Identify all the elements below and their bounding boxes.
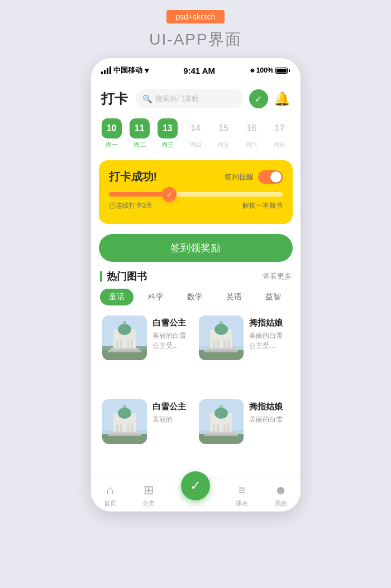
app-title: 打卡 [101,90,128,108]
cal-label-0: 周一 [106,141,118,149]
book-info-0: 白雪公主 美丽的白雪公主受… [152,315,193,351]
cal-day-6[interactable]: 17 周日 [269,118,289,149]
cal-label-5: 周六 [245,141,258,149]
cat-tab-2[interactable]: 数学 [178,289,212,305]
book-desc-2: 美丽的 [152,414,193,424]
app-header: 打卡 🔍 搜索热门课程 ✓ 🔔 [91,83,301,113]
header-icons: ✓ 🔔 [249,89,290,108]
book-card-0[interactable]: 白雪公主 美丽的白雪公主受… [99,311,196,395]
nav-category[interactable]: ⊞ 分类 [142,483,155,508]
check-button[interactable]: ✓ [249,89,268,108]
svg-rect-13 [108,350,141,352]
cat-tab-1[interactable]: 科学 [139,289,173,305]
profile-icon: ☻ [274,483,287,498]
toggle-area: 签到提醒 [225,170,283,184]
svg-rect-21 [217,341,219,349]
cal-num-4: 15 [213,118,233,138]
cal-label-4: 周五 [217,141,230,149]
cal-label-2: 周三 [161,141,174,149]
checkin-card: 打卡成功! 签到提醒 ✓ 已连续打卡3天 解锁一本新书 [99,160,293,224]
book-card-2[interactable]: 白雪公主 美丽的 [99,395,196,479]
page-title: UI-APP界面 [149,29,241,50]
home-icon: ⌂ [106,483,113,498]
signin-button[interactable]: 签到领奖励 [99,234,293,262]
category-tabs: 童话 科学 数学 英语 益智 [91,289,301,311]
toggle-switch[interactable] [258,170,283,184]
section-title-wrap: 热门图书 [100,270,147,283]
svg-rect-8 [120,341,122,349]
nav-category-label: 分类 [142,499,155,508]
bottom-nav: ⌂ 首页 ⊞ 分类 ≡ 课表 ☻ 我的 ✓ [91,478,301,511]
search-bar[interactable]: 🔍 搜索热门课程 [136,89,244,108]
svg-rect-18 [218,324,224,332]
svg-rect-9 [127,341,129,349]
status-left: 中国移动 ▾ [101,65,149,75]
progress-container: ✓ 已连续打卡3天 解锁一本新书 [109,192,283,211]
book-thumb-0 [102,315,147,360]
section-accent [100,271,102,282]
cat-tab-4[interactable]: 益智 [256,289,290,305]
toggle-knob [270,171,282,183]
svg-rect-26 [204,350,238,352]
nav-home[interactable]: ⌂ 首页 [104,483,116,508]
cal-day-0[interactable]: 10 周一 [102,118,122,149]
svg-rect-47 [217,424,219,433]
svg-rect-12 [111,348,139,350]
books-grid: 白雪公主 美丽的白雪公主受… [91,311,301,478]
svg-rect-48 [223,424,226,433]
svg-point-6 [123,321,126,324]
book-thumb-2 [102,399,147,444]
cat-tab-3[interactable]: 英语 [217,289,251,305]
svg-rect-49 [227,424,230,433]
svg-rect-31 [122,408,127,416]
format-badge: psd+sketch [166,10,224,23]
nav-schedule[interactable]: ≡ 课表 [236,483,248,508]
status-bar: 中国移动 ▾ 9:41 AM ⎈ 100% [91,58,301,83]
search-icon: 🔍 [142,94,152,103]
section-title: 热门图书 [107,270,147,283]
svg-rect-52 [204,434,238,436]
svg-rect-10 [131,341,133,349]
carrier-label: 中国移动 [113,65,142,75]
svg-rect-35 [127,424,129,433]
cal-num-2: 13 [158,118,178,138]
cal-day-5[interactable]: 16 周六 [241,118,261,149]
checkin-top: 打卡成功! 签到提醒 [109,169,283,184]
cal-label-1: 周二 [133,141,146,149]
category-icon: ⊞ [144,483,154,498]
cal-label-3: 周四 [189,141,202,149]
svg-rect-36 [131,424,133,433]
progress-label-right: 解锁一本新书 [242,201,283,211]
cal-num-6: 17 [269,118,289,138]
cat-tab-0[interactable]: 童话 [100,289,133,305]
svg-rect-51 [207,432,235,434]
battery-label: 100% [256,66,274,74]
nav-profile[interactable]: ☻ 我的 [274,483,287,508]
svg-rect-33 [116,424,118,433]
svg-rect-44 [218,408,224,416]
bell-icon[interactable]: 🔔 [274,91,290,107]
nav-home-label: 首页 [104,499,116,508]
book-desc-1: 美丽的白雪公主受… [249,331,289,351]
cal-day-2[interactable]: 13 周三 [158,118,178,149]
status-time: 9:41 AM [183,66,215,75]
svg-rect-22 [223,341,226,349]
svg-rect-5 [122,324,127,332]
nav-schedule-label: 课表 [236,499,248,508]
svg-rect-34 [120,424,122,433]
book-title-0: 白雪公主 [152,318,193,328]
schedule-icon: ≡ [239,483,246,498]
book-card-1[interactable]: 拇指姑娘 美丽的白雪公主受… [196,311,293,395]
cal-day-1[interactable]: 11 周二 [130,118,150,149]
wifi-icon: ▾ [145,66,149,75]
book-card-3[interactable]: 拇指姑娘 美丽的白雪 [196,395,293,479]
cal-day-3[interactable]: 14 周四 [185,118,206,149]
more-link[interactable]: 查看更多 [263,271,292,281]
cal-day-4[interactable]: 15 周五 [213,118,233,149]
cal-num-0: 10 [102,118,122,138]
svg-point-19 [220,321,223,324]
book-desc-3: 美丽的白雪 [249,414,289,424]
nav-center-button[interactable]: ✓ [181,471,210,500]
app-content: 打卡 🔍 搜索热门课程 ✓ 🔔 10 周一 11 周二 13 周三 [91,83,301,511]
section-header: 热门图书 查看更多 [91,262,301,289]
